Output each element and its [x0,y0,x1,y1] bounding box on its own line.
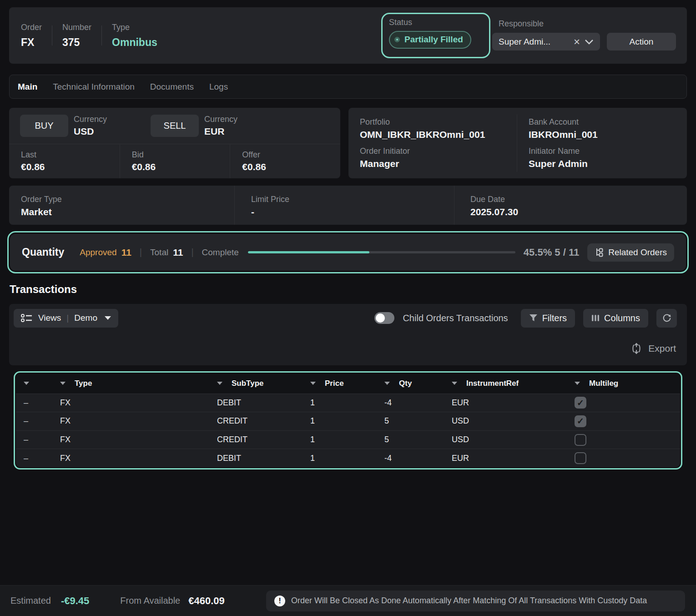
subtype-cell: DEBIT [217,454,310,463]
table-header: Type SubType Price Qty InstrumentRef [16,374,680,394]
column-header-subtype[interactable]: SubType [217,379,310,388]
table-row[interactable]: – FX CREDIT 1 5 USD ✓ [16,412,680,430]
tab-technical-information[interactable]: Technical Information [53,82,135,92]
sell-button[interactable]: SELL [151,115,199,137]
column-header-multileg[interactable]: Multileg [575,379,680,388]
buy-currency-label: Currency [74,115,107,124]
bid-quote: Bid €0.86 [120,144,230,178]
status-value: Partially Filled [404,35,463,45]
price-cell: 1 [310,454,384,463]
bid-value: €0.86 [132,162,230,172]
divider [52,25,52,45]
portfolio-panel: Portfolio OMN_IBKR_IBKROmni_001 Bank Acc… [348,108,687,178]
buy-button[interactable]: BUY [20,115,68,137]
bank-account-value: IBKROmni_001 [529,129,687,140]
from-available-value: €460.09 [188,595,225,607]
toolbar-right-group: Child Orders Transactions Filters Column… [374,309,677,328]
due-date-label: Due Date [470,195,518,204]
tab-logs[interactable]: Logs [209,82,228,92]
approved-label: Approved [80,247,116,258]
warning-icon: ! [274,596,285,606]
tab-bar: Main Technical Information Documents Log… [9,75,687,99]
column-header-qty[interactable]: Qty [384,379,452,388]
portfolio-label: Portfolio [360,117,517,127]
tab-documents[interactable]: Documents [150,82,194,92]
row-expander-cell: – [24,435,60,444]
transactions-title: Transactions [10,283,77,296]
column-header-price[interactable]: Price [310,379,384,388]
limit-price-field: Limit Price - [234,186,454,225]
qty-cell: 5 [384,416,452,426]
refresh-button[interactable] [656,309,677,328]
toolbar-row: Views | Demo Child Orders Transactions F… [9,304,687,332]
sell-currency-value: EUR [204,126,237,137]
table-row[interactable]: – FX DEBIT 1 -4 EUR ✓ [16,394,680,412]
multileg-checkbox[interactable]: ✓ [575,452,586,464]
export-row: Export [9,337,687,360]
multileg-checkbox[interactable]: ✓ [575,397,586,409]
status-label: Status [389,18,483,27]
total-label: Total [150,247,168,258]
quantity-title: Quantity [22,246,64,258]
summary-panels: BUY Currency USD SELL Currency EUR Las [9,108,687,178]
tab-main[interactable]: Main [18,82,37,92]
column-header-type[interactable]: Type [60,379,217,388]
quantity-progress-text: 45.5% 5 / 11 [524,247,579,258]
quantity-progress-fill [248,251,370,253]
multileg-checkbox[interactable]: ✓ [575,415,586,427]
column-caret-icon [60,382,66,385]
order-type-value: Market [21,207,234,217]
footer-bar: Estimated -€9.45 From Available €460.09 … [0,585,696,616]
approved-value: 11 [121,247,131,258]
column-header-label: Multileg [589,379,618,388]
views-selector[interactable]: Views | Demo [14,309,118,328]
column-header-instrumentref[interactable]: InstrumentRef [452,379,575,388]
order-page: Order FX Number 375 Type Omnibus Status … [0,0,696,616]
filters-button-label: Filters [542,313,567,323]
row-expander-cell: – [24,454,60,463]
chevron-down-icon[interactable] [585,39,594,45]
sell-currency-field: Currency EUR [204,115,237,137]
column-header-label: Price [325,379,344,388]
column-header-expander[interactable] [24,382,60,385]
offer-value: €0.86 [242,162,340,172]
number-value: 375 [62,36,91,49]
column-header-label: Qty [399,379,412,388]
table-row[interactable]: – FX CREDIT 1 5 USD ✓ [16,430,680,449]
last-value: €0.86 [21,162,120,172]
export-label[interactable]: Export [648,343,676,354]
buy-button-label: BUY [35,121,53,131]
filter-funnel-icon [529,314,538,322]
related-orders-button[interactable]: Related Orders [587,243,674,262]
buy-currency-field: Currency USD [74,115,107,137]
order-value: FX [21,36,42,49]
trade-sides: BUY Currency USD SELL Currency EUR [9,108,340,144]
clear-icon[interactable]: × [574,36,580,47]
portfolio-value: OMN_IBKR_IBKROmni_001 [360,129,517,140]
type-cell: FX [60,454,217,463]
bank-account-field: Bank Account IBKROmni_001 [517,114,687,143]
order-initiator-label: Order Initiator [360,146,517,156]
column-caret-icon [24,382,29,385]
instrumentref-cell: USD [452,435,575,444]
order-initiator-value: Manager [360,158,517,169]
views-list-icon [21,313,33,323]
related-orders-label: Related Orders [608,247,667,258]
responsible-select[interactable]: Super Admi... × [492,33,600,50]
initiator-name-label: Initiator Name [529,146,687,156]
responsible-label: Responsible [499,19,600,29]
action-button[interactable]: Action [607,33,676,50]
multileg-checkbox[interactable]: ✓ [575,434,586,446]
order-details-row: Order Type Market Limit Price - Due Date… [9,186,687,225]
export-icon[interactable] [630,342,642,355]
columns-button[interactable]: Columns [583,309,648,328]
responsible-group: Responsible Super Admi... × [492,19,600,50]
action-button-label: Action [630,37,654,47]
table-row[interactable]: – FX DEBIT 1 -4 EUR ✓ [16,449,680,467]
type-cell: FX [60,398,217,408]
filters-button[interactable]: Filters [521,309,575,328]
due-date-value: 2025.07.30 [470,207,518,217]
child-orders-toggle[interactable] [374,312,394,324]
estimated-label: Estimated [10,596,51,606]
divider: | [140,247,142,258]
